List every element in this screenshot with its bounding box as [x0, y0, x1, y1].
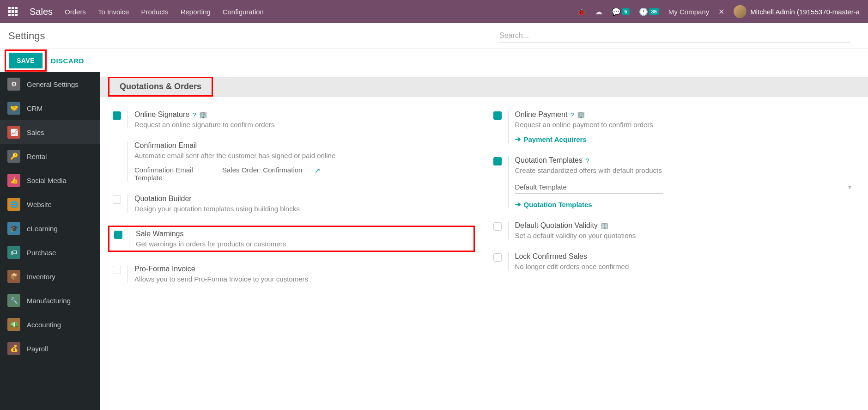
activities-icon[interactable]: 🕐36	[639, 7, 659, 16]
email-template-field[interactable]: Sales Order: Confirmation	[222, 166, 310, 175]
field-label: Confirmation Email Template	[134, 166, 213, 182]
arrow-right-icon: ➔	[515, 200, 521, 208]
sidebar-label: General Settings	[27, 80, 79, 88]
checkbox-lock-confirmed[interactable]	[493, 253, 502, 262]
search-input[interactable]	[499, 29, 850, 43]
subheader: Settings	[0, 23, 868, 49]
messages-icon[interactable]: 💬5	[612, 7, 629, 16]
sidebar-label: Website	[27, 201, 52, 208]
messages-badge: 5	[622, 8, 629, 15]
setting-title: Default Quotation Validity	[515, 221, 598, 230]
checkbox-proforma[interactable]	[113, 266, 121, 274]
sidebar-inventory[interactable]: 📦Inventory	[0, 264, 100, 288]
discard-button[interactable]: DISCARD	[45, 53, 90, 68]
app-title[interactable]: Sales	[30, 6, 53, 17]
settings-sidebar: ⚙General Settings 🤝CRM 📈Sales 🔑Rental 👍S…	[0, 72, 100, 410]
sidebar-label: Purchase	[27, 249, 56, 257]
sidebar-label: eLearning	[27, 225, 58, 233]
setting-desc: Request an online payment to confirm ord…	[515, 121, 856, 129]
setting-quotation-templates: Quotation Templates? Create standardized…	[493, 156, 856, 208]
nav-to-invoice[interactable]: To Invoice	[98, 8, 129, 16]
quotation-templates-link[interactable]: ➔Quotation Templates	[515, 200, 856, 208]
external-link-icon[interactable]: ↗	[315, 166, 321, 175]
sidebar-label: Sales	[27, 129, 44, 136]
sidebar-manufacturing[interactable]: 🔧Manufacturing	[0, 288, 100, 312]
sidebar-payroll[interactable]: 💰Payroll	[0, 337, 100, 361]
building-icon: 🏢	[199, 111, 207, 118]
handshake-icon: 🤝	[7, 102, 20, 115]
company-switcher[interactable]: My Company	[668, 8, 709, 16]
setting-desc: No longer edit orders once confirmed	[515, 263, 856, 270]
user-menu[interactable]: Mitchell Admin (19155370-master-a	[734, 5, 860, 18]
setting-default-validity: Default Quotation Validity🏢 Set a defaul…	[493, 221, 856, 239]
sidebar-label: Accounting	[27, 321, 61, 329]
page-title: Settings	[8, 30, 45, 42]
sidebar-accounting[interactable]: 💵Accounting	[0, 312, 100, 337]
money-icon: 💵	[7, 318, 20, 331]
setting-title: Quotation Templates	[515, 156, 583, 165]
apps-icon[interactable]	[8, 7, 18, 16]
nav-configuration[interactable]: Configuration	[223, 8, 264, 16]
setting-online-payment: Online Payment?🏢 Request an online payme…	[493, 110, 856, 143]
sidebar-label: Social Media	[27, 177, 67, 184]
help-icon[interactable]: ?	[192, 111, 196, 119]
sidebar-label: CRM	[27, 104, 42, 112]
setting-desc: Request an online signature to confirm o…	[134, 121, 475, 129]
arrow-right-icon: ➔	[515, 135, 521, 143]
checkbox-quotation-templates[interactable]	[493, 157, 502, 165]
action-bar: SAVE DISCARD	[0, 49, 868, 72]
sidebar-elearning[interactable]: 🎓eLearning	[0, 216, 100, 240]
sidebar-social[interactable]: 👍Social Media	[0, 168, 100, 192]
support-icon[interactable]: ☁	[595, 7, 602, 16]
section-title: Quotations & Orders	[109, 78, 212, 95]
checkbox-quotation-builder[interactable]	[113, 196, 121, 204]
setting-quotation-builder: Quotation Builder Design your quotation …	[113, 195, 475, 213]
sidebar-general[interactable]: ⚙General Settings	[0, 72, 100, 96]
checkbox-sale-warnings[interactable]	[114, 231, 122, 239]
sidebar-rental[interactable]: 🔑Rental	[0, 144, 100, 168]
save-highlight: SAVE	[5, 49, 47, 72]
help-icon[interactable]: ?	[570, 111, 574, 119]
top-navbar: Sales Orders To Invoice Products Reporti…	[0, 0, 868, 23]
building-icon: 🏢	[601, 222, 608, 229]
payroll-icon: 💰	[7, 342, 20, 355]
activities-badge: 36	[649, 8, 659, 15]
user-name: Mitchell Admin (19155370-master-a	[750, 8, 860, 16]
section-title-highlight: Quotations & Orders	[108, 77, 213, 97]
nav-orders[interactable]: Orders	[65, 8, 86, 16]
sidebar-label: Rental	[27, 153, 47, 160]
setting-title: Sale Warnings	[136, 230, 183, 238]
save-button[interactable]: SAVE	[9, 53, 42, 68]
sidebar-sales[interactable]: 📈Sales	[0, 120, 100, 144]
sidebar-label: Inventory	[27, 273, 55, 281]
building-icon: 🏢	[577, 111, 585, 118]
default-template-select[interactable]: Default Template	[515, 181, 663, 194]
setting-confirmation-email: Confirmation Email Automatic email sent …	[113, 141, 475, 182]
setting-title: Pro-Forma Invoice	[134, 265, 195, 273]
sidebar-website[interactable]: 🌐Website	[0, 192, 100, 216]
nav-reporting[interactable]: Reporting	[181, 8, 211, 16]
checkbox-default-validity[interactable]	[493, 222, 502, 231]
help-icon[interactable]: ?	[585, 157, 589, 165]
setting-title: Online Signature	[134, 110, 189, 119]
sidebar-purchase[interactable]: 🏷Purchase	[0, 240, 100, 264]
payment-acquirers-link[interactable]: ➔Payment Acquirers	[515, 135, 856, 143]
chevron-down-icon: ▼	[847, 184, 852, 190]
sidebar-crm[interactable]: 🤝CRM	[0, 96, 100, 120]
gear-icon: ⚙	[7, 78, 20, 91]
tools-icon[interactable]: ✕	[718, 7, 724, 16]
settings-content: Quotations & Orders Online Signature?🏢 R…	[100, 72, 868, 410]
bug-icon[interactable]: 🐞	[577, 7, 586, 16]
nav-products[interactable]: Products	[141, 8, 168, 16]
box-icon: 📦	[7, 270, 20, 283]
checkbox-online-payment[interactable]	[493, 111, 502, 120]
checkbox-online-signature[interactable]	[113, 111, 121, 120]
setting-desc: Set a default validity on your quotation…	[515, 232, 856, 239]
setting-title: Quotation Builder	[134, 195, 192, 203]
setting-title: Lock Confirmed Sales	[515, 252, 588, 261]
setting-desc: Create standardized offers with default …	[515, 166, 856, 174]
chart-icon: 📈	[7, 126, 20, 139]
setting-title: Confirmation Email	[134, 141, 197, 150]
wrench-icon: 🔧	[7, 294, 20, 307]
book-icon: 🎓	[7, 222, 20, 235]
